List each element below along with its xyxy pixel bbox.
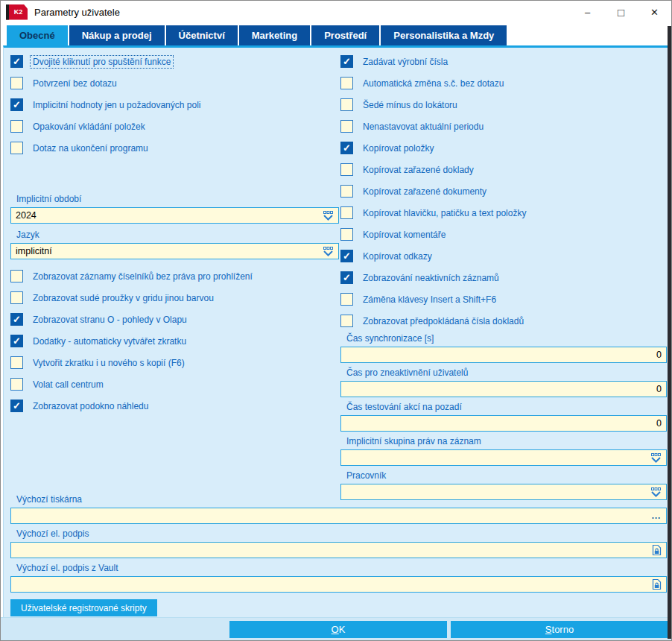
field-value: 0: [346, 418, 662, 429]
checkbox-dotaz-na-ukon-en-programu[interactable]: [10, 142, 23, 154]
field-group: Čas pro zneaktivnění uživatelů0: [340, 367, 667, 397]
checkbox-row: Kopírovat komentáře: [340, 224, 667, 245]
checkbox-automatick-zm-na-s-bez-dotazu[interactable]: [340, 77, 353, 89]
dropdown-icon[interactable]: [323, 211, 334, 221]
field-group: Implicitní skupina práv na záznam: [340, 436, 667, 466]
checkbox-label: Dotaz na ukončení programu: [31, 142, 150, 154]
checkbox-row: Dotaz na ukončení programu: [10, 137, 339, 159]
checkbox-row: Šedé mínus do lokátoru: [340, 94, 667, 116]
ellipsis-browse-icon[interactable]: …: [651, 514, 662, 517]
dropdown-icon[interactable]: [323, 247, 334, 256]
checkbox-label: Šedé mínus do lokátoru: [361, 99, 460, 111]
checkbox-kop-rovat-za-azen-dokumenty[interactable]: [340, 185, 353, 198]
signature-lock-icon[interactable]: [652, 544, 662, 556]
checkbox-kop-rovat-hlavi-ku-pati-ku-a-text-polo-k[interactable]: [340, 206, 353, 219]
checkbox-volat-call-centrum[interactable]: [10, 378, 23, 391]
field-group: Čas testování akcí na pozadí0: [340, 402, 667, 432]
signature-lock-icon[interactable]: [652, 578, 662, 590]
field-label: Pracovník: [346, 470, 667, 482]
field-group: Výchozí el. podpis z Vault: [10, 563, 667, 593]
field-value: 0: [346, 350, 662, 360]
checkbox-row: ✓Implicitní hodnoty jen u požadovaných p…: [10, 94, 339, 116]
checkbox-label: Volat call centrum: [31, 379, 106, 391]
tab-etnictv[interactable]: Účetnictví: [166, 25, 238, 45]
text-input-v-choz-el-podpis[interactable]: [10, 542, 667, 558]
checkbox-ed-m-nus-do-lok-toru[interactable]: [340, 98, 353, 111]
bottom-section: Výchozí tiskárna…Výchozí el. podpisVýcho…: [10, 494, 667, 616]
checkbox-label: Opakování vkládání položek: [31, 121, 148, 133]
field-label: Čas testování akcí na pozadí: [346, 402, 667, 414]
background-window-edge: [668, 26, 671, 639]
tab-personalistika-a-mzdy[interactable]: Personalistika a Mzdy: [381, 25, 507, 45]
ok-button[interactable]: OK: [229, 621, 447, 638]
field-label: Jazyk: [16, 230, 339, 241]
checkbox-zobrazovat-p-edpokl-dan-sla-doklad[interactable]: [340, 315, 353, 327]
checked-checkbox-zad-vat-v-robn-sla[interactable]: ✓: [340, 55, 353, 68]
checkbox-zobrazovat-sud-prou-ky-v-gridu-jinou-bar[interactable]: [10, 291, 23, 304]
user-registered-scripts-button[interactable]: Uživatelské registrované skripty: [10, 599, 157, 616]
number-input-as-pro-zneaktivn-n-u-ivatel[interactable]: 0: [340, 381, 667, 397]
checkbox-row: Opakování vkládání položek: [10, 116, 339, 137]
number-input-as-synchronizace-s[interactable]: 0: [340, 347, 667, 363]
maximize-button[interactable]: □: [604, 1, 638, 23]
field-group: Implicitní období2024: [10, 194, 339, 224]
checkbox-row: ✓Zadávat výrobní čísla: [340, 51, 667, 72]
checkbox-label: Zobrazovat záznamy číselníků bez práva p…: [31, 271, 255, 282]
checkbox-label: Kopírovat zařazené dokumenty: [361, 186, 489, 198]
checked-checkbox-kop-rovat-polo-ky[interactable]: ✓: [340, 142, 353, 154]
tab-n-kup-a-prodej[interactable]: Nákup a prodej: [69, 25, 165, 45]
field-label: Výchozí el. podpis: [16, 528, 667, 540]
checkbox-potvrzen-bez-dotazu[interactable]: [10, 77, 23, 89]
checkbox-vytvo-it-zkratku-i-u-nov-ho-s-kopi-f6[interactable]: [10, 356, 23, 369]
checkbox-label: Kopírovat zařazené doklady: [361, 164, 476, 176]
minimize-button[interactable]: –: [571, 1, 604, 23]
right-field-group: Čas synchronizace [s]0Čas pro zneaktivně…: [340, 333, 667, 500]
checkbox-label: Kopírovat komentáře: [361, 229, 448, 241]
field-group: Jazykimplicitní: [10, 230, 339, 259]
checkbox-kop-rovat-koment-e[interactable]: [340, 228, 353, 241]
close-button[interactable]: ✕: [638, 1, 671, 23]
dropdown-field-implicitn-skupina-pr-v-na-z-znam[interactable]: [340, 449, 667, 466]
checked-checkbox-implicitn-hodnoty-jen-u-po-adovan-ch-pol[interactable]: ✓: [10, 98, 23, 111]
checkbox-row: Nenastavovat aktuální periodu: [340, 116, 667, 137]
checked-checkbox-zobrazov-n-neaktivn-ch-z-znam[interactable]: ✓: [340, 271, 353, 284]
right-checkbox-group: ✓Zadávat výrobní číslaAutomatická změna …: [340, 51, 667, 332]
checkbox-zobrazovat-z-znamy-seln-k-bez-pr-va-pro-[interactable]: [10, 270, 23, 282]
checkbox-label: Potvrzení bez dotazu: [31, 78, 119, 89]
text-input-v-choz-tisk-rna[interactable]: …: [10, 508, 667, 524]
field-group: Čas synchronizace [s]0: [340, 333, 667, 363]
checkbox-row: Kopírovat zařazené doklady: [340, 159, 667, 180]
checkbox-opakov-n-vkl-d-n-polo-ek[interactable]: [10, 120, 23, 133]
parametry-uzivatele-window: K2 Parametry uživatele – □ ✕ ObecnéNákup…: [0, 0, 672, 641]
number-input-as-testov-n-akc-na-pozad[interactable]: 0: [340, 415, 667, 432]
tab-obecn[interactable]: Obecné: [7, 25, 68, 45]
field-label: Implicitní skupina práv na záznam: [346, 436, 667, 448]
checked-checkbox-zobrazovat-podokno-n-hledu[interactable]: ✓: [10, 400, 23, 412]
field-value: 2024: [16, 210, 318, 221]
tab-marketing[interactable]: Marketing: [239, 25, 310, 45]
checkbox-row: ✓Zobrazovat podokno náhledu: [10, 395, 339, 417]
field-group: Výchozí el. podpis: [10, 528, 667, 558]
storno-button[interactable]: Storno: [451, 621, 668, 638]
k2-logo-icon: K2: [6, 4, 28, 20]
tab-content-obecne: ✓Dvojité kliknutí pro spuštění funkcePot…: [3, 45, 669, 619]
checkbox-nenastavovat-aktu-ln-periodu[interactable]: [340, 120, 353, 133]
checkbox-row: Záměna klávesy Insert a Shift+F6: [340, 288, 667, 310]
right-column: ✓Zadávat výrobní číslaAutomatická změna …: [340, 51, 667, 505]
text-input-v-choz-el-podpis-z-vault[interactable]: [10, 576, 667, 593]
tab-prost-ed[interactable]: Prostředí: [311, 25, 379, 45]
checkbox-kop-rovat-za-azen-doklady[interactable]: [340, 163, 353, 176]
checked-checkbox-dodatky-automaticky-vytv-et-zkratku[interactable]: ✓: [10, 335, 23, 347]
checkbox-z-m-na-kl-vesy-insert-a-shift-f6[interactable]: [340, 293, 353, 306]
checked-checkbox-dvojit-kliknut-pro-spu-t-n-funkce[interactable]: ✓: [10, 55, 23, 68]
left-checkbox-group-bottom: Zobrazovat záznamy číselníků bez práva p…: [10, 265, 339, 417]
dropdown-icon[interactable]: [650, 453, 662, 463]
dropdown-field-implicitn-obdob[interactable]: 2024: [10, 207, 339, 224]
checkbox-row: Volat call centrum: [10, 373, 339, 395]
checkbox-row: Automatická změna s.č. bez dotazu: [340, 72, 667, 94]
checkbox-row: Zobrazovat předpokládaná čísla dokladů: [340, 310, 667, 332]
bottom-field-group: Výchozí tiskárna…Výchozí el. podpisVýcho…: [10, 494, 667, 593]
checked-checkbox-kop-rovat-odkazy[interactable]: ✓: [340, 250, 353, 262]
checked-checkbox-zobrazovat-stranu-o-pohledy-v-olapu[interactable]: ✓: [10, 313, 23, 326]
dropdown-field-jazyk[interactable]: implicitní: [10, 243, 339, 259]
